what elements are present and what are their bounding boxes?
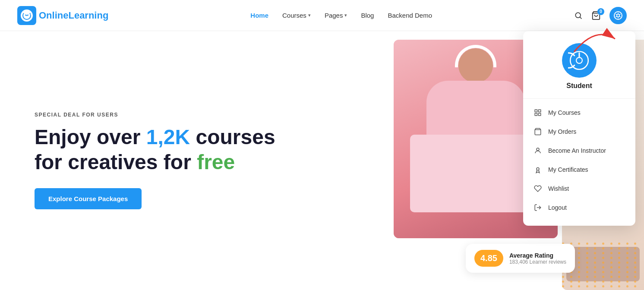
menu-label-my-courses: My Courses: [548, 109, 581, 116]
red-arrow-indicator: [570, 22, 622, 58]
menu-item-my-orders[interactable]: My Orders: [523, 122, 635, 141]
svg-rect-0: [17, 6, 36, 25]
rating-label: Average Rating: [509, 252, 566, 259]
menu-item-logout[interactable]: Logout: [523, 198, 635, 217]
user-power-icon: [613, 10, 623, 21]
search-button[interactable]: [574, 11, 583, 20]
hero-highlight-free: free: [197, 151, 235, 173]
nav-item-home[interactable]: Home: [250, 12, 268, 19]
search-icon: [574, 11, 583, 20]
courses-chevron-icon: ▾: [308, 13, 311, 18]
cart-button[interactable]: 0: [591, 11, 601, 20]
orders-icon: [534, 127, 542, 136]
logo[interactable]: OnlineLearning: [17, 6, 108, 25]
dropdown-menu: My Courses My Orders Become An Instructo…: [523, 99, 635, 221]
cart-badge: 0: [597, 8, 604, 15]
user-dropdown: Student My Courses My Orders: [523, 31, 635, 226]
logo-icon: [17, 6, 36, 25]
navbar: OnlineLearning Home Courses▾ Pages▾ Blog…: [0, 0, 644, 31]
hero-highlight-1k: 1,2K: [146, 126, 190, 148]
nav-item-blog[interactable]: Blog: [361, 12, 374, 19]
hero-content: SPECIAL DEAL FOR USERS Enjoy over 1,2K c…: [35, 112, 294, 209]
nav-item-backend-demo[interactable]: Backend Demo: [388, 12, 432, 19]
wishlist-icon: [534, 184, 542, 193]
menu-label-logout: Logout: [548, 204, 567, 211]
menu-item-become-instructor[interactable]: Become An Instructor: [523, 141, 635, 160]
rating-card: 4.85 Average Rating 183,406 Learner revi…: [466, 244, 575, 273]
svg-point-5: [617, 14, 619, 17]
rating-count: 183,406 Learner reviews: [509, 259, 566, 265]
rating-value: 4.85: [474, 250, 503, 267]
nav-links: Home Courses▾ Pages▾ Blog Backend Demo: [250, 12, 432, 19]
logo-text: OnlineLearning: [39, 10, 108, 21]
svg-point-2: [575, 13, 581, 18]
menu-item-wishlist[interactable]: Wishlist: [523, 179, 635, 198]
rating-info: Average Rating 183,406 Learner reviews: [509, 252, 566, 265]
svg-rect-9: [539, 110, 541, 112]
dropdown-username: Student: [566, 82, 592, 90]
menu-item-my-certificates[interactable]: My Certificates: [523, 160, 635, 179]
menu-label-wishlist: Wishlist: [548, 185, 569, 192]
menu-label-my-certificates: My Certificates: [548, 166, 588, 173]
nav-item-courses[interactable]: Courses▾: [282, 12, 311, 19]
certificates-icon: [534, 165, 542, 174]
instructor-icon: [534, 146, 542, 155]
nav-item-pages[interactable]: Pages▾: [325, 12, 347, 19]
hero-title: Enjoy over 1,2K courses for creatives fo…: [35, 125, 294, 174]
svg-point-7: [576, 57, 582, 63]
courses-icon: [534, 108, 542, 117]
svg-rect-8: [535, 110, 537, 112]
hero-eyebrow: SPECIAL DEAL FOR USERS: [35, 112, 294, 118]
menu-label-my-orders: My Orders: [548, 128, 576, 135]
menu-item-my-courses[interactable]: My Courses: [523, 103, 635, 122]
svg-rect-10: [535, 113, 537, 116]
explore-packages-button[interactable]: Explore Course Packages: [35, 188, 142, 209]
logout-icon: [534, 203, 542, 212]
menu-label-become-instructor: Become An Instructor: [548, 147, 606, 154]
svg-point-13: [537, 148, 539, 151]
svg-rect-11: [539, 113, 541, 116]
svg-point-14: [537, 168, 539, 170]
pages-chevron-icon: ▾: [344, 13, 347, 18]
